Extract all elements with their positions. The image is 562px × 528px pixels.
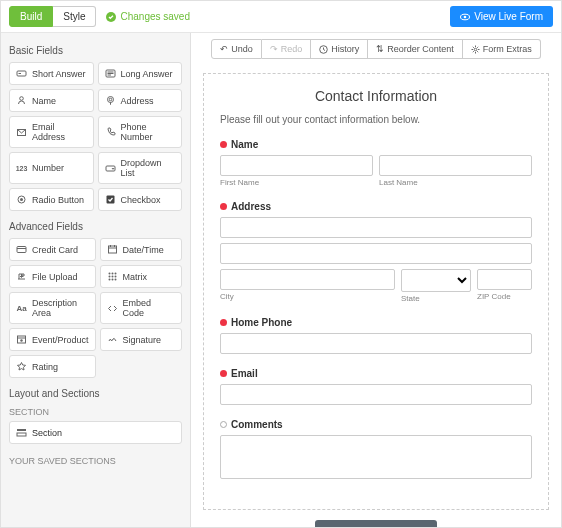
tab-style[interactable]: Style bbox=[53, 6, 96, 27]
svg-line-45 bbox=[473, 51, 474, 52]
svg-point-14 bbox=[20, 198, 23, 201]
undo-icon: ↶ bbox=[220, 44, 228, 54]
field-item-label: Address bbox=[121, 96, 154, 106]
svg-rect-3 bbox=[17, 71, 26, 76]
svg-point-24 bbox=[114, 273, 116, 275]
adv-field-desc[interactable]: AaDescription Area bbox=[9, 292, 96, 324]
saved-sections-heading: YOUR SAVED SECTIONS bbox=[9, 456, 182, 466]
basic-field-name[interactable]: Name bbox=[9, 89, 94, 112]
city-sublabel: City bbox=[220, 292, 395, 301]
address-line2-input[interactable] bbox=[220, 243, 532, 264]
reorder-button[interactable]: ⇅Reorder Content bbox=[368, 39, 463, 59]
svg-rect-16 bbox=[17, 247, 26, 253]
redo-icon: ↷ bbox=[270, 44, 278, 54]
adv-field-rating[interactable]: Rating bbox=[9, 355, 96, 378]
field-name[interactable]: Name First Name Last Name bbox=[220, 139, 532, 187]
svg-point-30 bbox=[114, 279, 116, 281]
svg-point-10 bbox=[109, 98, 112, 101]
svg-point-23 bbox=[111, 273, 113, 275]
comments-textarea[interactable] bbox=[220, 435, 532, 479]
card-icon bbox=[16, 244, 27, 255]
svg-point-27 bbox=[114, 276, 116, 278]
form-extras-button[interactable]: Form Extras bbox=[463, 39, 541, 59]
dropdown-icon bbox=[105, 163, 116, 174]
tab-build[interactable]: Build bbox=[9, 6, 53, 27]
adv-field-file[interactable]: File Upload bbox=[9, 265, 96, 288]
changes-saved: Changes saved bbox=[106, 11, 190, 22]
number-icon: 123 bbox=[16, 163, 27, 174]
optional-icon bbox=[220, 421, 227, 428]
field-address[interactable]: Address City State ZIP Code bbox=[220, 201, 532, 303]
redo-button[interactable]: ↷Redo bbox=[262, 39, 312, 59]
history-button[interactable]: History bbox=[311, 39, 368, 59]
adv-field-matrix[interactable]: Matrix bbox=[100, 265, 182, 288]
adv-field-sig[interactable]: Signature bbox=[100, 328, 182, 351]
address-icon bbox=[105, 95, 116, 106]
basic-field-short[interactable]: Short Answer bbox=[9, 62, 94, 85]
adv-field-embed[interactable]: Embed Code bbox=[100, 292, 182, 324]
advanced-fields-heading: Advanced Fields bbox=[9, 221, 182, 232]
email-input[interactable] bbox=[220, 384, 532, 405]
form-title: Contact Information bbox=[220, 88, 532, 104]
svg-rect-18 bbox=[108, 246, 116, 253]
field-item-label: Date/Time bbox=[123, 245, 164, 255]
field-item-label: Short Answer bbox=[32, 69, 86, 79]
basic-field-checkbox[interactable]: Checkbox bbox=[98, 188, 183, 211]
svg-line-44 bbox=[477, 46, 478, 47]
state-select[interactable] bbox=[401, 269, 471, 292]
adv-field-card[interactable]: Credit Card bbox=[9, 238, 96, 261]
adv-field-date[interactable]: Date/Time bbox=[100, 238, 182, 261]
undo-button[interactable]: ↶Undo bbox=[211, 39, 262, 59]
required-icon bbox=[220, 141, 227, 148]
svg-line-43 bbox=[477, 51, 478, 52]
svg-point-28 bbox=[108, 279, 110, 281]
field-item-label: Number bbox=[32, 163, 64, 173]
phone-icon bbox=[105, 127, 116, 138]
reorder-icon: ⇅ bbox=[376, 44, 384, 54]
required-icon bbox=[220, 370, 227, 377]
field-item-label: Checkbox bbox=[121, 195, 161, 205]
svg-rect-34 bbox=[17, 429, 26, 431]
canvas-toolbar: ↶Undo ↷Redo History ⇅Reorder Content For… bbox=[191, 33, 561, 65]
svg-point-25 bbox=[108, 276, 110, 278]
basic-field-long[interactable]: Long Answer bbox=[98, 62, 183, 85]
field-item-label: Rating bbox=[32, 362, 58, 372]
field-item-label: Embed Code bbox=[123, 298, 175, 318]
zip-input[interactable] bbox=[477, 269, 532, 290]
clock-icon bbox=[319, 45, 328, 54]
submit-button[interactable]: Submit Form bbox=[315, 520, 438, 527]
matrix-icon bbox=[107, 271, 118, 282]
field-item-label: File Upload bbox=[32, 272, 78, 282]
long-icon bbox=[105, 68, 116, 79]
short-icon bbox=[16, 68, 27, 79]
svg-rect-35 bbox=[17, 433, 26, 436]
field-item-label: Phone Number bbox=[121, 122, 176, 142]
svg-line-42 bbox=[473, 46, 474, 47]
file-icon bbox=[16, 271, 27, 282]
basic-field-address[interactable]: Address bbox=[98, 89, 183, 112]
city-input[interactable] bbox=[220, 269, 395, 290]
field-comments[interactable]: Comments bbox=[220, 419, 532, 481]
basic-field-phone[interactable]: Phone Number bbox=[98, 116, 183, 148]
first-name-input[interactable] bbox=[220, 155, 373, 176]
view-live-form-button[interactable]: View Live Form bbox=[450, 6, 553, 27]
field-item-label: Matrix bbox=[123, 272, 148, 282]
svg-point-9 bbox=[20, 97, 24, 101]
basic-field-radio[interactable]: Radio Button bbox=[9, 188, 94, 211]
first-name-sublabel: First Name bbox=[220, 178, 373, 187]
svg-point-33 bbox=[20, 339, 22, 341]
address-line1-input[interactable] bbox=[220, 217, 532, 238]
basic-field-dropdown[interactable]: Dropdown List bbox=[98, 152, 183, 184]
field-home-phone[interactable]: Home Phone bbox=[220, 317, 532, 354]
section-item[interactable]: Section bbox=[9, 421, 182, 444]
form-canvas[interactable]: Contact Information Please fill out your… bbox=[203, 73, 549, 510]
home-phone-input[interactable] bbox=[220, 333, 532, 354]
field-item-label: Radio Button bbox=[32, 195, 84, 205]
field-email[interactable]: Email bbox=[220, 368, 532, 405]
basic-field-number[interactable]: 123Number bbox=[9, 152, 94, 184]
adv-field-event[interactable]: Event/Product bbox=[9, 328, 96, 351]
desc-icon: Aa bbox=[16, 303, 27, 314]
last-name-input[interactable] bbox=[379, 155, 532, 176]
rating-icon bbox=[16, 361, 27, 372]
basic-field-email[interactable]: Email Address bbox=[9, 116, 94, 148]
